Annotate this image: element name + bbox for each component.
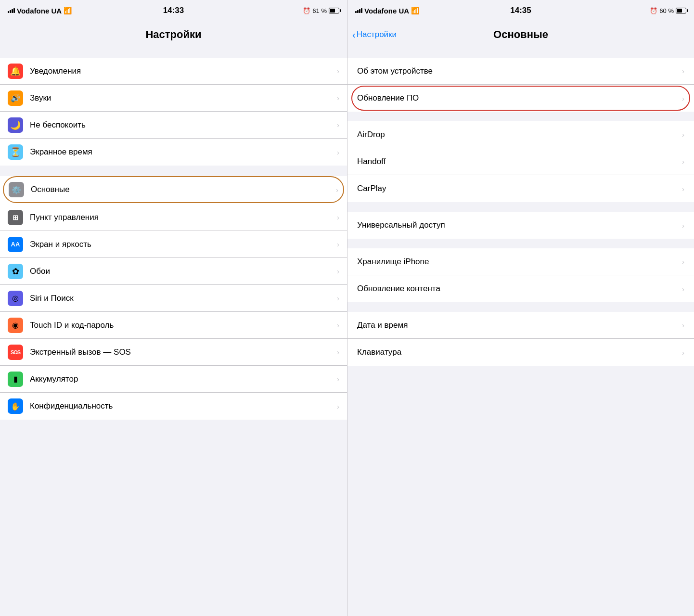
settings-row-dnd[interactable]: 🌙 Не беспокоить › — [0, 112, 347, 139]
signal-bars-right — [355, 8, 362, 13]
iphone-storage-chevron: › — [682, 257, 684, 266]
sos-label: Экстренный вызов — SOS — [30, 347, 333, 357]
wifi-icon-right: 📶 — [411, 7, 419, 14]
general-chevron: › — [336, 186, 338, 194]
settings-row-screen-time[interactable]: ⏳ Экранное время › — [0, 139, 347, 166]
settings-row-siri[interactable]: ◎ Siri и Поиск › — [0, 285, 347, 312]
status-right-right: ⏰ 60 % — [650, 7, 686, 14]
settings-row-carplay[interactable]: CarPlay › — [347, 175, 694, 202]
back-label: Настройки — [357, 30, 397, 39]
privacy-icon: ✋ — [8, 398, 23, 414]
touch-id-chevron: › — [337, 321, 339, 329]
section-gap-2 — [0, 166, 347, 175]
control-center-chevron: › — [337, 213, 339, 221]
carplay-label: CarPlay — [357, 184, 678, 193]
settings-row-general[interactable]: ⚙️ Основные › — [3, 176, 344, 203]
notifications-section: 🔔 Уведомления › 🔊 Звуки › 🌙 Не беспокоит… — [0, 58, 347, 166]
display-label: Экран и яркость — [30, 240, 333, 249]
settings-row-touch-id[interactable]: ◉ Touch ID и код-пароль › — [0, 312, 347, 339]
dnd-chevron: › — [337, 121, 339, 129]
background-refresh-label: Обновление контента — [357, 284, 678, 294]
section-gap-3 — [0, 420, 347, 429]
display-icon: AA — [8, 237, 23, 252]
settings-row-handoff[interactable]: Handoff › — [347, 148, 694, 175]
section-gap-1 — [0, 48, 347, 58]
settings-row-battery[interactable]: ▮ Аккумулятор › — [0, 366, 347, 393]
dnd-label: Не беспокоить — [30, 120, 333, 130]
signal-bar-3 — [12, 9, 13, 13]
status-bar-left: Vodafone UA 📶 14:33 ⏰ 61 % — [0, 0, 347, 21]
r-signal-bar-4 — [361, 8, 362, 13]
battery-icon-right — [676, 8, 686, 13]
general-icon: ⚙️ — [9, 182, 24, 197]
signal-bar-4 — [13, 8, 15, 13]
r-signal-bar-1 — [355, 11, 357, 13]
iphone-storage-label: Хранилище iPhone — [357, 257, 678, 267]
time-right: 14:35 — [510, 6, 531, 15]
settings-row-wallpaper[interactable]: ✿ Обои › — [0, 258, 347, 285]
carrier-name-right: Vodafone UA — [364, 7, 409, 15]
control-center-label: Пункт управления — [30, 213, 333, 222]
device-section: Об этом устройстве › Обновление ПО › — [347, 58, 694, 112]
alarm-icon-left: ⏰ — [303, 7, 310, 14]
settings-row-control-center[interactable]: ⊞ Пункт управления › — [0, 204, 347, 231]
carrier-name-left: Vodafone UA — [17, 7, 62, 15]
back-button[interactable]: ‹ Настройки — [352, 30, 397, 39]
date-time-label: Дата и время — [357, 321, 678, 330]
settings-row-accessibility[interactable]: Универсальный доступ › — [347, 212, 694, 239]
carplay-chevron: › — [682, 185, 684, 193]
settings-list-left: 🔔 Уведомления › 🔊 Звуки › 🌙 Не беспокоит… — [0, 48, 347, 616]
settings-row-notifications[interactable]: 🔔 Уведомления › — [0, 58, 347, 85]
accessibility-chevron: › — [682, 221, 684, 230]
nav-bar-right: ‹ Настройки Основные — [347, 21, 694, 48]
settings-row-software-update[interactable]: Обновление ПО › — [347, 85, 694, 112]
storage-section: Хранилище iPhone › Обновление контента › — [347, 248, 694, 302]
accessibility-label: Универсальный доступ — [357, 220, 678, 230]
software-update-chevron: › — [682, 94, 684, 103]
battery-icon-left — [329, 8, 339, 13]
settings-row-background-refresh[interactable]: Обновление контента › — [347, 275, 694, 302]
about-label: Об этом устройстве — [357, 66, 678, 76]
settings-row-iphone-storage[interactable]: Хранилище iPhone › — [347, 248, 694, 275]
notifications-icon: 🔔 — [8, 64, 23, 79]
r-section-gap-6 — [347, 366, 694, 375]
r-signal-bar-3 — [359, 9, 360, 13]
sos-icon: SOS — [8, 345, 23, 360]
keyboard-label: Клавиатура — [357, 347, 678, 357]
carrier-right: Vodafone UA 📶 — [355, 7, 419, 15]
settings-list-right: Об этом устройстве › Обновление ПО › Air… — [347, 48, 694, 616]
dnd-icon: 🌙 — [8, 117, 23, 133]
battery-row-icon: ▮ — [8, 372, 23, 387]
date-time-chevron: › — [682, 321, 684, 329]
screen-time-chevron: › — [337, 148, 339, 156]
sounds-icon: 🔊 — [8, 90, 23, 106]
general-section: ⚙️ Основные › ⊞ Пункт управления › AA Эк… — [0, 176, 347, 420]
airdrop-label: AirDrop — [357, 130, 678, 140]
touch-id-label: Touch ID и код-пароль — [30, 321, 333, 330]
privacy-label: Конфиденциальность — [30, 401, 333, 411]
nav-bar-left: Настройки — [0, 21, 347, 48]
datetime-section: Дата и время › Клавиатура › — [347, 312, 694, 366]
page-title-left: Настройки — [145, 28, 201, 41]
settings-row-privacy[interactable]: ✋ Конфиденциальность › — [0, 393, 347, 420]
signal-bar-2 — [10, 10, 11, 13]
r-signal-bar-2 — [357, 10, 359, 13]
settings-row-airdrop[interactable]: AirDrop › — [347, 121, 694, 148]
battery-label: Аккумулятор — [30, 374, 333, 384]
settings-row-sounds[interactable]: 🔊 Звуки › — [0, 85, 347, 112]
battery-percent-left: 61 % — [312, 7, 327, 14]
battery-chevron: › — [337, 375, 339, 383]
alarm-icon-right: ⏰ — [650, 7, 657, 14]
left-panel: Vodafone UA 📶 14:33 ⏰ 61 % Настройки 🔔 У… — [0, 0, 347, 616]
right-panel: Vodafone UA 📶 14:35 ⏰ 60 % ‹ Настройки О… — [347, 0, 694, 616]
settings-row-display[interactable]: AA Экран и яркость › — [0, 231, 347, 258]
settings-row-keyboard[interactable]: Клавиатура › — [347, 339, 694, 366]
settings-row-about[interactable]: Об этом устройстве › — [347, 58, 694, 85]
control-center-icon: ⊞ — [8, 210, 23, 225]
page-title-right: Основные — [493, 28, 548, 41]
background-refresh-chevron: › — [682, 285, 684, 293]
settings-row-sos[interactable]: SOS Экстренный вызов — SOS › — [0, 339, 347, 366]
settings-row-date-time[interactable]: Дата и время › — [347, 312, 694, 339]
keyboard-chevron: › — [682, 348, 684, 357]
accessibility-section: Универсальный доступ › — [347, 212, 694, 239]
